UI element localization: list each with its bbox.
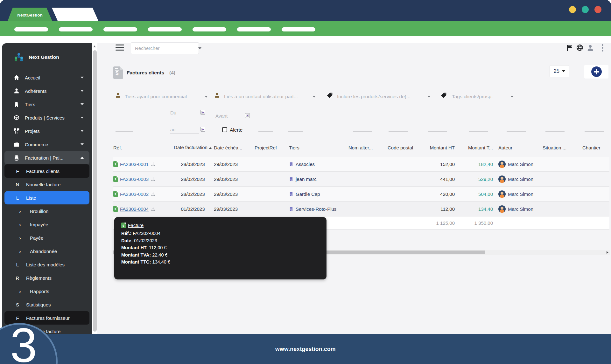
tiers-link[interactable]: Gardie Cap xyxy=(296,191,320,197)
nav-placeholder-pill xyxy=(14,27,48,31)
sidebar-item-statistiques[interactable]: SStatistiques xyxy=(2,298,92,311)
download-icon[interactable] xyxy=(151,161,156,167)
tiers-link[interactable]: Associes xyxy=(296,161,315,167)
filter-produits-dropdown[interactable]: Inclure les produits/services de(... xyxy=(337,92,431,101)
nav-placeholder-pill xyxy=(148,27,182,31)
auteur-link[interactable]: Marc Simon xyxy=(508,176,533,182)
user-icon[interactable] xyxy=(586,44,594,52)
column-header-date-facturation[interactable]: Date facturation xyxy=(172,145,214,151)
divider xyxy=(8,69,86,69)
globe-icon[interactable] xyxy=(576,44,584,52)
chevron-down-icon xyxy=(562,70,565,72)
filter-contact-dropdown[interactable]: Liés à un contact utilisateur part... xyxy=(224,92,316,101)
column-header-date-echeance[interactable]: Date échéa... xyxy=(214,145,255,150)
sidebar-item-liste-des-modeles[interactable]: LListe des modèles xyxy=(2,258,92,271)
scroll-up-icon[interactable] xyxy=(93,45,96,47)
chevron-up-icon xyxy=(81,157,84,159)
sidebar-item-nouvelle-facture[interactable]: NNouvelle facture xyxy=(2,178,92,191)
column-header-code-postal[interactable]: Code postal xyxy=(388,145,425,150)
sort-asc-icon xyxy=(209,147,212,149)
calendar-icon[interactable] xyxy=(200,110,205,115)
tiers-link[interactable]: Services-Roto-Plus xyxy=(296,206,336,212)
sidebar-item-reglements[interactable]: RRèglements xyxy=(2,271,92,285)
sidebar-item-impayee[interactable]: ›Impayée xyxy=(2,218,92,231)
column-header-situation[interactable]: Situation ... xyxy=(543,145,582,150)
table-row-hovered[interactable]: FA2302-0004 01/02/2023 29/03/2023 Servic… xyxy=(113,202,609,216)
auteur-link[interactable]: Marc Simon xyxy=(508,206,533,212)
chevron-down-icon xyxy=(198,47,201,49)
maximize-button[interactable] xyxy=(582,6,589,13)
scroll-right-icon[interactable] xyxy=(607,251,608,254)
tooltip-ttc: 134,40 € xyxy=(152,259,170,264)
invoice-ref-link[interactable]: FA2303-0002 xyxy=(120,191,149,197)
browser-tab[interactable]: NextGestion xyxy=(8,8,52,21)
invoice-ref-link[interactable]: FA2302-0004 xyxy=(120,206,149,212)
column-filter-input[interactable] xyxy=(428,131,447,132)
sidebar-item-produits-services[interactable]: Produits | Services xyxy=(2,111,92,124)
sitemap-icon xyxy=(13,128,20,134)
sidebar-item-rapports[interactable]: ›Rapports xyxy=(2,285,92,298)
sidebar-item-adherents[interactable]: Adhérents xyxy=(2,84,92,98)
tooltip-facture-link[interactable]: Facture xyxy=(128,223,144,228)
download-icon[interactable] xyxy=(151,206,156,211)
column-filter-input[interactable] xyxy=(258,131,273,132)
table-row[interactable]: FA2303-0003 28/02/2023 29/03/2023 jean m… xyxy=(113,172,609,187)
search-input[interactable] xyxy=(135,45,198,51)
column-filter-input[interactable] xyxy=(585,131,604,132)
column-header-ref[interactable]: Réf. xyxy=(113,145,172,150)
close-button[interactable] xyxy=(594,6,601,13)
minimize-button[interactable] xyxy=(569,6,576,13)
sidebar-item-commerce[interactable]: Commerce xyxy=(2,138,92,151)
add-invoice-button[interactable] xyxy=(584,65,608,79)
download-icon[interactable] xyxy=(151,176,156,182)
calendar-icon[interactable] xyxy=(200,127,205,132)
menu-toggle-icon[interactable] xyxy=(116,45,124,51)
column-header-auteur[interactable]: Auteur xyxy=(494,145,543,150)
auteur-link[interactable]: Marc Simon xyxy=(508,191,533,197)
column-header-projectref[interactable]: ProjectRef xyxy=(255,145,289,150)
flag-icon[interactable] xyxy=(566,44,573,52)
top-nav-bar xyxy=(0,21,611,36)
date-to-input[interactable]: au xyxy=(170,126,199,134)
sidebar-item-abandonnee[interactable]: ›Abandonnée xyxy=(2,244,92,258)
column-header-chantier[interactable]: Chantier xyxy=(582,145,609,150)
date-from-input[interactable]: Du xyxy=(170,109,199,117)
kebab-menu-icon[interactable] xyxy=(602,44,604,53)
column-header-montant-ttc[interactable]: Montant T... xyxy=(456,145,494,150)
page-size-select[interactable]: 25 xyxy=(550,65,569,77)
table-row[interactable]: FA2303-0001 28/03/2023 29/03/2023 Associ… xyxy=(113,157,609,172)
sidebar-item-payee[interactable]: ›Payée xyxy=(2,231,92,244)
sidebar-item-brouillon[interactable]: ›Brouillon xyxy=(2,204,92,218)
user-filter-icon xyxy=(214,92,220,99)
column-header-nom-alter[interactable]: Nom alter... xyxy=(348,145,388,150)
column-filter-input[interactable] xyxy=(469,131,488,132)
tiers-link[interactable]: jean marc xyxy=(296,176,317,182)
cube-icon xyxy=(13,114,20,121)
column-filter-input[interactable] xyxy=(389,131,408,132)
column-filter-input[interactable] xyxy=(353,131,372,132)
invoice-ref-link[interactable]: FA2303-0001 xyxy=(120,161,149,167)
sidebar-item-factures-clients[interactable]: FFactures clients xyxy=(4,164,89,178)
sidebar-scrollbar-thumb[interactable] xyxy=(93,50,97,332)
sidebar-item-accueil[interactable]: Accueil xyxy=(2,71,92,84)
column-filter-input[interactable] xyxy=(116,131,133,132)
download-icon[interactable] xyxy=(151,191,156,196)
column-filter-input[interactable] xyxy=(507,131,526,132)
column-header-montant-ht[interactable]: Montant HT xyxy=(425,145,456,150)
alerte-checkbox[interactable] xyxy=(222,127,227,132)
invoice-ref-link[interactable]: FA2303-0003 xyxy=(120,176,149,182)
filter-commercial-dropdown[interactable]: Tiers ayant pour commercial xyxy=(125,92,208,101)
sidebar-item-tiers[interactable]: Tiers xyxy=(2,98,92,111)
filter-tags-dropdown[interactable]: Tags clients/prosp. xyxy=(452,92,514,101)
sidebar-item-facturation[interactable]: Facturation | Pai... xyxy=(4,151,89,164)
auteur-link[interactable]: Marc Simon xyxy=(508,161,533,167)
column-filter-input[interactable] xyxy=(288,131,303,132)
invoice-doc-icon xyxy=(113,191,118,197)
column-filter-input[interactable] xyxy=(545,131,565,132)
date-before-input[interactable]: Avant xyxy=(215,112,243,120)
calendar-icon[interactable] xyxy=(245,113,250,118)
sidebar-item-liste[interactable]: LListe xyxy=(4,191,89,204)
table-row[interactable]: FA2303-0002 28/02/2023 29/03/2023 Gardie… xyxy=(113,187,609,202)
sidebar-item-projets[interactable]: Projets xyxy=(2,124,92,138)
column-header-tiers[interactable]: Tiers xyxy=(289,145,348,150)
